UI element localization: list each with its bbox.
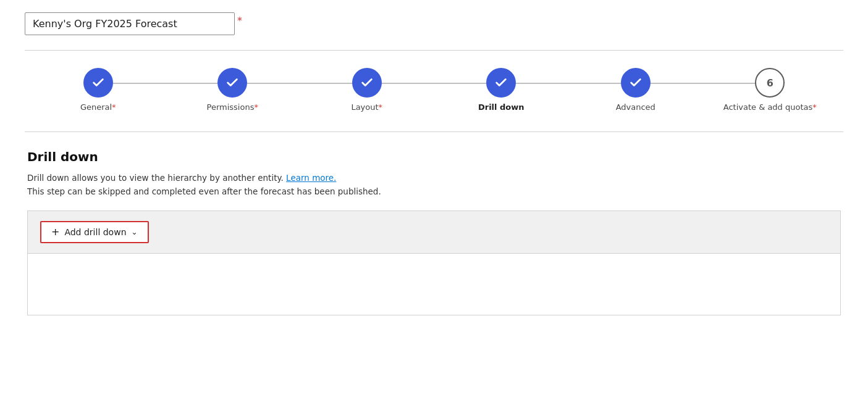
step-drill-down[interactable]: Drill down	[434, 68, 569, 112]
step-circle-drill-down	[486, 68, 516, 98]
section-title: Drill down	[27, 149, 841, 164]
section-description: Drill down allows you to view the hierar…	[27, 172, 841, 198]
page-container: * General* Permissions	[0, 0, 868, 328]
plus-icon: +	[51, 227, 59, 237]
chevron-down-icon: ⌄	[132, 228, 138, 236]
step-circle-permissions	[217, 68, 247, 98]
title-required-star: *	[237, 15, 242, 27]
step-permissions[interactable]: Permissions*	[166, 68, 300, 112]
step-circle-general	[83, 68, 113, 98]
step-layout[interactable]: Layout*	[300, 68, 434, 112]
add-drill-down-button[interactable]: + Add drill down ⌄	[40, 221, 149, 243]
check-icon-permissions	[225, 76, 239, 90]
desc-line1: Drill down allows you to view the hierar…	[27, 173, 284, 183]
check-icon	[91, 76, 105, 90]
title-divider	[25, 50, 843, 51]
step-label-layout: Layout*	[351, 102, 382, 112]
stepper-divider	[25, 131, 843, 132]
step-label-advanced: Advanced	[616, 102, 655, 112]
step-label-general: General*	[80, 102, 116, 112]
step-circle-layout	[352, 68, 382, 98]
content-area: Drill down Drill down allows you to view…	[25, 149, 843, 315]
step-label-drill-down: Drill down	[478, 102, 525, 112]
learn-more-link[interactable]: Learn more.	[286, 173, 336, 183]
step-label-permissions: Permissions*	[207, 102, 258, 112]
title-row: *	[25, 12, 843, 35]
desc-line2: This step can be skipped and completed e…	[27, 186, 381, 196]
step-circle-activate: 6	[755, 68, 785, 98]
check-icon-advanced	[629, 76, 643, 90]
step-circle-advanced	[621, 68, 651, 98]
check-icon-layout	[360, 76, 374, 90]
step-general[interactable]: General*	[31, 68, 166, 112]
step-activate[interactable]: 6 Activate & add quotas*	[703, 68, 838, 112]
check-icon-drill-down	[494, 76, 508, 90]
add-drill-down-label: Add drill down	[64, 227, 126, 237]
forecast-title-input[interactable]	[25, 12, 235, 35]
stepper: General* Permissions* La	[25, 68, 843, 112]
step-label-activate: Activate & add quotas*	[723, 102, 817, 112]
step-advanced[interactable]: Advanced	[568, 68, 703, 112]
drill-down-area: + Add drill down ⌄	[27, 210, 841, 254]
empty-content-area	[27, 254, 841, 315]
